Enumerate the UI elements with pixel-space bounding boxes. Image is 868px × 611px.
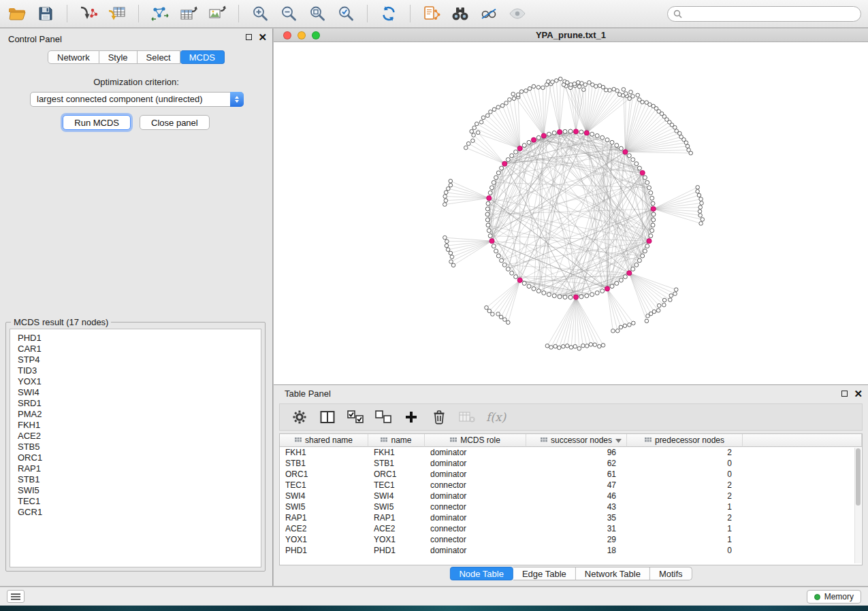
network-node[interactable]: [669, 298, 673, 302]
table-cell[interactable]: connector: [425, 535, 526, 544]
network-node[interactable]: [446, 248, 450, 252]
network-node[interactable]: [698, 210, 702, 214]
mcds-result-item[interactable]: RAP1: [18, 463, 261, 474]
network-node[interactable]: [651, 223, 655, 227]
table-tab-motifs[interactable]: Motifs: [650, 567, 692, 580]
network-node[interactable]: [449, 251, 453, 255]
network-node[interactable]: [675, 129, 679, 133]
network-node[interactable]: [507, 320, 511, 325]
network-node[interactable]: [650, 229, 654, 233]
network-node[interactable]: [522, 144, 526, 148]
network-node[interactable]: [569, 83, 573, 87]
table-cell[interactable]: STB1: [280, 459, 368, 468]
network-node[interactable]: [585, 344, 589, 348]
table-row[interactable]: SWI4SWI4dominator462: [280, 491, 862, 501]
table-cell[interactable]: 43: [526, 502, 627, 512]
network-node[interactable]: [605, 138, 609, 142]
network-node[interactable]: [562, 344, 566, 348]
network-node[interactable]: [496, 254, 500, 258]
network-node[interactable]: [610, 140, 614, 144]
column-header-successor-nodes[interactable]: successor nodes: [526, 434, 627, 447]
mcds-result-item[interactable]: YOX1: [18, 376, 261, 387]
table-cell[interactable]: 1: [627, 535, 743, 544]
table-cell[interactable]: 2: [627, 513, 743, 523]
mcds-result-item[interactable]: PHD1: [18, 333, 261, 344]
network-node[interactable]: [492, 108, 496, 112]
network-node[interactable]: [598, 84, 602, 88]
find-binoculars-icon[interactable]: [450, 3, 470, 24]
network-node[interactable]: [486, 223, 490, 227]
network-node[interactable]: [652, 310, 656, 314]
network-node[interactable]: [657, 303, 661, 308]
table-cell[interactable]: 2: [627, 491, 743, 501]
network-node[interactable]: [449, 183, 453, 187]
network-node[interactable]: [491, 312, 495, 316]
criterion-dropdown[interactable]: largest connected component (undirected): [30, 92, 244, 107]
network-node[interactable]: [662, 298, 666, 302]
table-row[interactable]: SWI5SWI5connector431: [280, 501, 862, 512]
table-cell[interactable]: STB1: [368, 459, 425, 468]
table-cell[interactable]: connector: [425, 502, 526, 512]
network-node[interactable]: [472, 133, 476, 137]
network-node[interactable]: [485, 306, 489, 310]
network-node[interactable]: [470, 129, 474, 133]
network-node[interactable]: [532, 286, 536, 291]
network-node[interactable]: [576, 80, 580, 84]
network-node[interactable]: [565, 81, 569, 85]
network-node[interactable]: [558, 77, 562, 81]
network-node[interactable]: [528, 86, 532, 90]
network-node[interactable]: [622, 88, 626, 92]
network-node[interactable]: [669, 294, 673, 298]
table-cell[interactable]: SWI5: [280, 502, 368, 512]
network-node[interactable]: [488, 234, 492, 238]
network-node[interactable]: [522, 281, 526, 285]
network-node[interactable]: [643, 249, 647, 253]
network-node[interactable]: [479, 120, 483, 125]
network-node[interactable]: [631, 158, 635, 162]
mcds-result-item[interactable]: STB1: [18, 474, 261, 485]
scrollbar-thumb[interactable]: [856, 448, 861, 506]
table-cell[interactable]: 61: [526, 469, 627, 479]
import-network-icon[interactable]: [78, 3, 99, 24]
network-node[interactable]: [516, 93, 520, 97]
export-image-icon[interactable]: [207, 3, 227, 24]
network-node[interactable]: [506, 267, 510, 271]
network-node[interactable]: [701, 218, 705, 222]
network-node[interactable]: [696, 190, 700, 194]
table-cell[interactable]: ORC1: [280, 469, 368, 479]
table-cell[interactable]: 2: [627, 480, 743, 490]
table-tab-edge-table[interactable]: Edge Table: [513, 567, 576, 580]
table-cell[interactable]: SWI4: [368, 491, 425, 501]
network-node[interactable]: [649, 191, 653, 195]
network-node[interactable]: [600, 135, 605, 139]
network-node[interactable]: [527, 284, 531, 288]
float-table-panel-button[interactable]: [841, 391, 848, 397]
table-cell[interactable]: TEC1: [368, 480, 425, 490]
table-cell[interactable]: 1: [627, 502, 743, 512]
network-node[interactable]: [489, 110, 493, 114]
table-cell[interactable]: ORC1: [368, 469, 425, 479]
network-node[interactable]: [569, 346, 573, 350]
network-node[interactable]: [687, 148, 691, 152]
network-node[interactable]: [494, 249, 498, 253]
dominator-node[interactable]: [605, 286, 609, 291]
network-node[interactable]: [552, 294, 556, 298]
search-input[interactable]: [686, 7, 861, 20]
network-node[interactable]: [679, 135, 684, 139]
network-node[interactable]: [652, 212, 656, 216]
network-node[interactable]: [514, 275, 518, 279]
mcds-result-item[interactable]: TEC1: [18, 496, 261, 507]
network-node[interactable]: [577, 85, 581, 89]
network-node[interactable]: [615, 281, 619, 285]
column-header-MCDS-role[interactable]: MCDS role: [425, 434, 526, 447]
network-node[interactable]: [611, 329, 615, 333]
table-cell[interactable]: dominator: [425, 513, 526, 523]
network-node[interactable]: [512, 97, 516, 101]
table-cell[interactable]: 2: [627, 448, 743, 457]
network-node[interactable]: [573, 82, 577, 86]
network-node[interactable]: [496, 312, 500, 316]
network-node[interactable]: [641, 254, 645, 258]
network-node[interactable]: [652, 104, 656, 108]
network-node[interactable]: [598, 344, 602, 348]
network-node[interactable]: [585, 294, 589, 298]
